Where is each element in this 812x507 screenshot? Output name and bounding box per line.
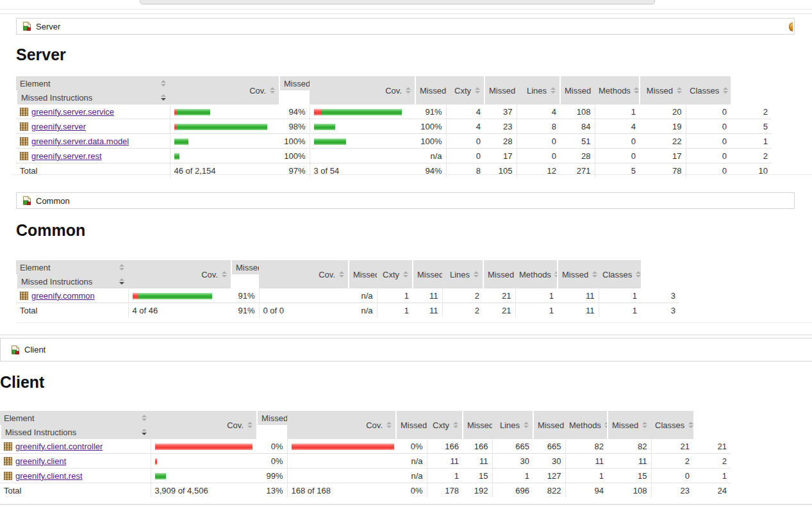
- package-link[interactable]: greenify.client.rest: [15, 471, 83, 481]
- package-link[interactable]: greenify.server.service: [31, 107, 114, 117]
- column-header-label: Missed Branches: [261, 413, 287, 423]
- column-header-lines-8[interactable]: Lines: [492, 411, 533, 439]
- column-header-label: Missed Instructions: [21, 277, 92, 287]
- column-header-cxty-6[interactable]: Cxty: [446, 76, 485, 104]
- sessions-icon[interactable]: [789, 22, 793, 31]
- metric-cell: 1: [377, 288, 413, 303]
- column-header-missed-branches-3[interactable]: Missed Branches: [231, 260, 259, 274]
- sort-arrows-icon: [119, 264, 124, 270]
- column-header-classes-12[interactable]: Classes: [686, 76, 731, 104]
- metric-cell: 30: [533, 454, 565, 469]
- element-cell: greenify.server: [16, 119, 170, 134]
- column-header-missed-5[interactable]: Missed: [396, 411, 427, 439]
- column-header-cov--2[interactable]: Cov.: [170, 76, 279, 104]
- sort-arrows-icon: [722, 87, 728, 94]
- sort-arrows-icon: [635, 271, 641, 278]
- metric-cell: 21: [651, 439, 693, 454]
- column-header-element-0[interactable]: Element: [0, 411, 151, 425]
- section-title: Common: [16, 221, 795, 239]
- metric-cell: 17: [640, 149, 686, 163]
- metric-cell: 1: [492, 469, 533, 483]
- sort-arrows-icon: [269, 87, 275, 94]
- column-header-missed-7[interactable]: Missed: [413, 260, 442, 288]
- column-header-classes-12[interactable]: Classes: [651, 411, 693, 439]
- column-header-methods-10[interactable]: Methods: [565, 411, 608, 439]
- package-link[interactable]: greenify.client.controller: [15, 442, 103, 451]
- package-icon: [4, 457, 12, 465]
- table-row: greenify.client.rest99%n/a115112711501: [0, 469, 731, 483]
- total-row: Total46 of 2,15497%3 of 5494%81051227157…: [16, 163, 772, 178]
- column-header-cxty-6[interactable]: Cxty: [427, 411, 463, 439]
- coverage-bar-instructions-covered: [176, 109, 210, 115]
- column-header-missed-11[interactable]: Missed: [608, 411, 651, 439]
- instructions-coverage-cell: 94%: [279, 104, 310, 119]
- metric-cell: 4: [517, 104, 560, 119]
- column-header-missed-9[interactable]: Missed: [533, 411, 565, 439]
- breadcrumb-bar: Common: [16, 192, 795, 209]
- instructions-bar-cell: [170, 119, 279, 134]
- branches-coverage-cell: 100%: [415, 134, 446, 149]
- section-client: ClientClientElementMissed InstructionsCo…: [0, 338, 812, 497]
- breadcrumb-bar: Client: [0, 338, 812, 362]
- table-row: greenify.server98%100%42388441905: [16, 119, 772, 134]
- sort-arrows-icon: [405, 87, 411, 94]
- total-metric-cell: 24: [693, 483, 731, 498]
- table-row: greenify.client0%n/a11113030111122: [0, 454, 731, 469]
- column-header-missed-11[interactable]: Missed: [558, 260, 599, 288]
- column-header-missed-7[interactable]: Missed: [463, 411, 492, 439]
- header-row: ElementMissed InstructionsCov.Missed Bra…: [16, 260, 679, 288]
- sort-arrows-icon: [386, 422, 392, 428]
- column-header-missed-branches-3[interactable]: Missed Branches: [279, 76, 310, 90]
- metric-cell: 4: [595, 119, 640, 134]
- coverage-bar-instructions-covered: [174, 153, 179, 160]
- total-metric-cell: 11: [413, 303, 442, 318]
- total-metric-cell: 105: [485, 163, 517, 178]
- column-header-missed-11[interactable]: Missed: [640, 76, 686, 104]
- column-header-missed-9[interactable]: Missed: [560, 76, 595, 104]
- coverage-bar-branches-covered: [322, 109, 402, 115]
- metric-cell: 108: [560, 104, 595, 119]
- coverage-bar-branches-covered: [314, 138, 346, 145]
- total-metric-cell: 21: [483, 303, 515, 318]
- metric-cell: 84: [560, 119, 595, 134]
- column-header-missed-5[interactable]: Missed: [349, 260, 377, 288]
- metric-cell: 5: [731, 119, 772, 134]
- metric-cell: 4: [446, 119, 485, 134]
- metric-cell: 0: [686, 104, 731, 119]
- column-header-missed-9[interactable]: Missed: [483, 260, 515, 288]
- column-header-missed-instructions-1[interactable]: Missed Instructions: [0, 425, 151, 439]
- column-header-cov--4[interactable]: Cov.: [310, 76, 415, 104]
- column-header-label: Methods: [599, 86, 631, 96]
- sort-arrows-icon: [634, 87, 640, 94]
- column-header-label: Missed: [647, 86, 673, 96]
- sort-arrows-icon: [160, 94, 166, 101]
- package-link[interactable]: greenify.client: [15, 456, 66, 466]
- branches-bar-cell: [259, 288, 349, 303]
- column-header-lines-8[interactable]: Lines: [442, 260, 483, 288]
- column-header-classes-12[interactable]: Classes: [599, 260, 641, 288]
- coverage-table: ElementMissed InstructionsCov.Missed Bra…: [16, 260, 679, 317]
- column-header-cov--2[interactable]: Cov.: [151, 411, 256, 439]
- column-header-missed-instructions-1[interactable]: Missed Instructions: [16, 274, 128, 288]
- column-header-cov--2[interactable]: Cov.: [128, 260, 231, 288]
- package-link[interactable]: greenify.server.data.model: [31, 137, 129, 146]
- branches-bar-cell: [287, 469, 396, 483]
- column-header-missed-7[interactable]: Missed: [485, 76, 517, 104]
- package-link[interactable]: greenify.server.rest: [31, 151, 102, 161]
- column-header-cov--4[interactable]: Cov.: [287, 411, 396, 439]
- column-header-cxty-6[interactable]: Cxty: [377, 260, 413, 288]
- column-header-methods-10[interactable]: Methods: [515, 260, 558, 288]
- column-header-missed-instructions-1[interactable]: Missed Instructions: [16, 90, 170, 104]
- column-header-lines-8[interactable]: Lines: [517, 76, 560, 104]
- column-header-element-0[interactable]: Element: [16, 260, 128, 274]
- column-header-label: Missed Instructions: [21, 93, 92, 103]
- column-header-missed-5[interactable]: Missed: [415, 76, 446, 104]
- instructions-coverage-cell: 100%: [279, 134, 310, 149]
- package-link[interactable]: greenify.common: [31, 291, 95, 301]
- column-header-element-0[interactable]: Element: [16, 76, 170, 90]
- instructions-bar-cell: [128, 288, 231, 303]
- column-header-methods-10[interactable]: Methods: [595, 76, 640, 104]
- column-header-missed-branches-3[interactable]: Missed Branches: [256, 411, 287, 425]
- column-header-cov--4[interactable]: Cov.: [259, 260, 349, 288]
- package-link[interactable]: greenify.server: [31, 122, 86, 131]
